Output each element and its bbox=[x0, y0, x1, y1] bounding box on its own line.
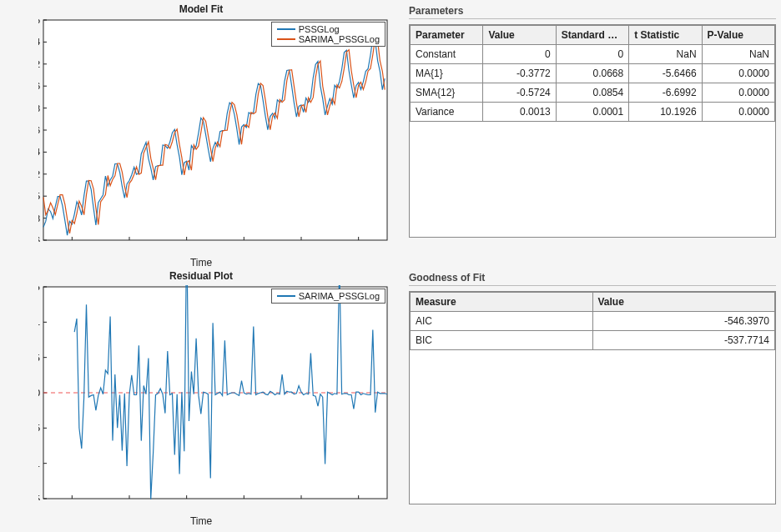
svg-text:4.8: 4.8 bbox=[38, 213, 40, 223]
table-row[interactable]: MA{1}-0.37720.0668-5.64660.0000 bbox=[411, 64, 775, 83]
svg-text:6: 6 bbox=[38, 81, 40, 91]
model-fit-xlabel: Time bbox=[5, 257, 397, 269]
col-value[interactable]: Value bbox=[592, 293, 775, 312]
residual-plot-chart[interactable]: -0.15-0.1-0.0500.050.10.1519501952195419… bbox=[38, 285, 389, 500]
parameters-heading: Parameters bbox=[409, 5, 776, 17]
svg-text:-0.05: -0.05 bbox=[38, 423, 40, 433]
svg-text:4.6: 4.6 bbox=[38, 235, 40, 242]
col-t[interactable]: t Statistic bbox=[629, 26, 702, 45]
model-fit-title: Model Fit bbox=[5, 3, 397, 15]
col-measure[interactable]: Measure bbox=[411, 293, 593, 312]
table-row[interactable]: BIC-537.7714 bbox=[411, 331, 775, 350]
gof-table[interactable]: Measure Value AIC-546.3970BIC-537.7714 bbox=[410, 292, 775, 350]
residual-plot-title: Residual Plot bbox=[5, 270, 397, 282]
svg-text:6.2: 6.2 bbox=[38, 59, 40, 69]
parameters-table[interactable]: Parameter Value Standard Error t Statist… bbox=[410, 25, 775, 122]
svg-text:5.4: 5.4 bbox=[38, 147, 40, 157]
gof-heading: Goodness of Fit bbox=[409, 272, 776, 284]
svg-text:-0.15: -0.15 bbox=[38, 494, 40, 500]
table-row[interactable]: SMA{12}-0.57240.0854-6.69920.0000 bbox=[411, 83, 775, 103]
model-fit-panel: Model Fit 4.64.855.25.45.65.866.26.46.61… bbox=[5, 3, 397, 270]
col-parameter[interactable]: Parameter bbox=[411, 26, 483, 45]
svg-text:0.05: 0.05 bbox=[38, 353, 40, 363]
model-fit-chart[interactable]: 4.64.855.25.45.65.866.26.46.619501952195… bbox=[38, 18, 389, 242]
svg-text:0.1: 0.1 bbox=[38, 317, 40, 327]
svg-text:5.2: 5.2 bbox=[38, 169, 40, 179]
table-row[interactable]: AIC-546.3970 bbox=[411, 312, 775, 331]
parameters-panel: Parameters Parameter Value Standard Erro… bbox=[409, 3, 776, 270]
model-fit-legend: PSSGLog SARIMA_PSSGLog bbox=[271, 22, 385, 47]
table-row[interactable]: Variance0.00130.000110.19260.0000 bbox=[411, 103, 775, 122]
svg-text:6.6: 6.6 bbox=[38, 18, 40, 25]
residual-plot-xlabel: Time bbox=[5, 515, 397, 527]
svg-text:6.4: 6.4 bbox=[38, 37, 40, 47]
svg-text:5.6: 5.6 bbox=[38, 125, 40, 135]
svg-text:-0.1: -0.1 bbox=[38, 459, 40, 469]
svg-text:5.8: 5.8 bbox=[38, 103, 40, 113]
legend-entry: SARIMA_PSSGLog bbox=[299, 34, 380, 44]
col-p[interactable]: P-Value bbox=[702, 26, 774, 45]
residual-legend: SARIMA_PSSGLog bbox=[271, 289, 385, 304]
svg-rect-0 bbox=[43, 20, 387, 240]
svg-text:0: 0 bbox=[38, 388, 40, 398]
gof-panel: Goodness of Fit Measure Value AIC-546.39… bbox=[409, 270, 776, 529]
table-row[interactable]: Constant00NaNNaN bbox=[411, 45, 775, 64]
col-value[interactable]: Value bbox=[483, 26, 556, 45]
svg-text:0.15: 0.15 bbox=[38, 285, 40, 292]
legend-entry: SARIMA_PSSGLog bbox=[299, 291, 380, 301]
svg-text:5: 5 bbox=[38, 191, 40, 201]
col-se[interactable]: Standard Error bbox=[556, 26, 628, 45]
legend-entry: PSSGLog bbox=[299, 24, 340, 34]
residual-plot-panel: Residual Plot -0.15-0.1-0.0500.050.10.15… bbox=[5, 270, 397, 529]
